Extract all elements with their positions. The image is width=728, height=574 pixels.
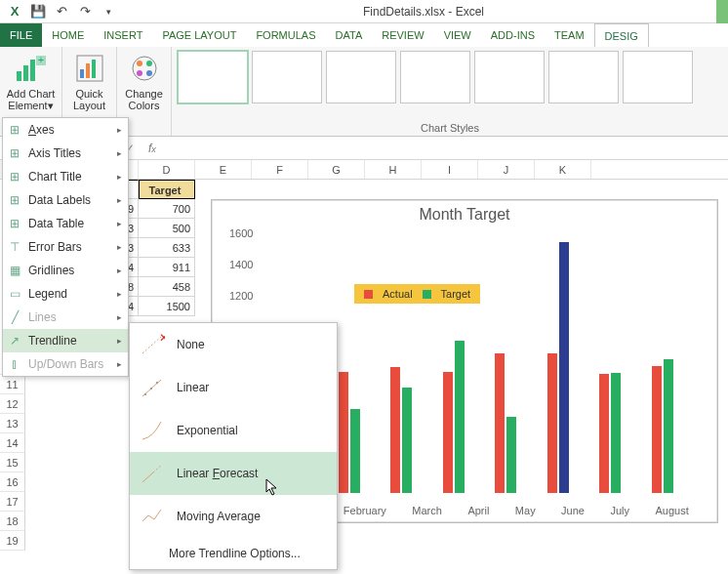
svg-point-9	[133, 57, 156, 80]
bar-target-april[interactable]	[455, 341, 465, 493]
cell-target-4[interactable]: 458	[139, 277, 195, 297]
menu-data-table[interactable]: ⊞Data Table	[3, 212, 128, 235]
menu-gridlines[interactable]: ▦Gridlines	[3, 259, 128, 282]
bar-target-june[interactable]	[559, 242, 569, 493]
trendline-moving-average[interactable]: Moving Average	[130, 495, 337, 538]
trendline-exponential[interactable]: Exponential	[130, 409, 337, 452]
bar-actual-july[interactable]	[599, 374, 609, 493]
trendline-none[interactable]: ✕ None	[130, 323, 337, 366]
chart-styles-caption: Chart Styles	[172, 122, 728, 134]
col-head-i[interactable]: I	[422, 160, 478, 179]
row-head-17[interactable]: 17	[0, 492, 25, 512]
trendline-more-options[interactable]: More Trendline Options...	[130, 538, 337, 569]
menu-data-labels[interactable]: ⊞Data Labels	[3, 188, 128, 212]
menu-chart-title[interactable]: ⊞Chart Title	[3, 165, 128, 188]
moving-average-icon	[140, 504, 165, 529]
quick-layout-button[interactable]: Quick Layout	[61, 51, 118, 111]
trendline-linear-forecast[interactable]: Linear Forecast	[130, 452, 337, 495]
x-label-july: July	[610, 505, 629, 516]
tab-view[interactable]: VIEW	[434, 23, 481, 47]
row-head-15[interactable]: 15	[0, 453, 25, 472]
chart-style-6[interactable]	[548, 51, 619, 103]
bar-target-august[interactable]	[664, 359, 673, 493]
chart-styles-gallery[interactable]	[172, 47, 728, 107]
menu-legend[interactable]: ▭Legend	[3, 282, 128, 306]
bar-actual-march[interactable]	[390, 367, 400, 493]
qat-customize-icon[interactable]: ▾	[98, 1, 119, 22]
menu-axis-titles[interactable]: ⊞Axis Titles	[3, 142, 128, 165]
col-head-g[interactable]: G	[308, 160, 365, 179]
redo-icon[interactable]: ↷	[74, 1, 96, 22]
cell-target-1[interactable]: 500	[139, 219, 195, 238]
trendline-linear[interactable]: Linear	[130, 366, 337, 409]
tab-insert[interactable]: INSERT	[94, 23, 152, 47]
add-chart-element-button[interactable]: + Add Chart Element▾	[3, 51, 60, 111]
row-head-19[interactable]: 19	[0, 531, 25, 551]
menu-trendline[interactable]: ↗Trendline	[3, 329, 128, 352]
quick-layout-icon	[72, 51, 107, 86]
col-head-f[interactable]: F	[252, 160, 308, 179]
col-head-h[interactable]: H	[365, 160, 422, 179]
cell-target-5[interactable]: 1500	[139, 297, 195, 316]
chart-style-2[interactable]	[252, 51, 322, 103]
bar-actual-february[interactable]	[339, 372, 348, 493]
menu-updown-bars: ⫿Up/Down Bars	[3, 352, 128, 376]
add-chart-element-label: Add Chart Element▾	[3, 88, 60, 111]
cell-target-0[interactable]: 700	[139, 199, 195, 219]
menu-error-bars[interactable]: ⊤Error Bars	[3, 235, 128, 259]
chart-title[interactable]: Month Target	[212, 200, 717, 226]
tab-page-layout[interactable]: PAGE LAYOUT	[152, 23, 246, 47]
bar-target-february[interactable]	[350, 409, 360, 493]
chart-style-4[interactable]	[400, 51, 470, 103]
tab-team[interactable]: TEAM	[545, 23, 594, 47]
linear-forecast-icon	[140, 461, 165, 486]
row-head-16[interactable]: 16	[0, 472, 25, 492]
y-tick-1400: 1400	[229, 259, 253, 270]
ribbon-tabs: FILE HOME INSERT PAGE LAYOUT FORMULAS DA…	[0, 23, 728, 47]
chart-style-7[interactable]	[623, 51, 693, 103]
fx-label[interactable]: fx	[141, 142, 164, 155]
menu-axes[interactable]: ⊞Axes	[3, 118, 128, 142]
cell-target-2[interactable]: 633	[139, 238, 195, 258]
bar-target-may[interactable]	[506, 417, 516, 493]
tab-data[interactable]: DATA	[326, 23, 373, 47]
change-colors-label: Change Colors	[116, 88, 173, 111]
col-head-j[interactable]: J	[478, 160, 535, 179]
svg-point-13	[137, 70, 142, 76]
row-head-12[interactable]: 12	[0, 394, 25, 414]
svg-point-12	[146, 70, 152, 76]
bar-target-july[interactable]	[611, 373, 621, 493]
y-tick-1200: 1200	[229, 290, 253, 302]
row-head-14[interactable]: 14	[0, 433, 25, 453]
chart-style-5[interactable]	[474, 51, 545, 103]
tab-design[interactable]: DESIG	[594, 23, 649, 47]
col-head-d[interactable]: D	[139, 160, 195, 179]
chart-style-3[interactable]	[326, 51, 396, 103]
tab-addins[interactable]: ADD-INS	[481, 23, 545, 47]
bar-target-march[interactable]	[402, 388, 412, 493]
svg-text:+: +	[37, 54, 43, 65]
tab-review[interactable]: REVIEW	[372, 23, 433, 47]
col-head-e[interactable]: E	[195, 160, 252, 179]
col-head-k[interactable]: K	[535, 160, 591, 179]
undo-icon[interactable]: ↶	[51, 1, 72, 22]
save-icon[interactable]: 💾	[27, 1, 49, 22]
tab-formulas[interactable]: FORMULAS	[246, 23, 325, 47]
svg-point-11	[146, 61, 152, 66]
tab-home[interactable]: HOME	[42, 23, 94, 47]
row-head-11[interactable]: 11	[0, 375, 25, 394]
change-colors-button[interactable]: Change Colors	[116, 51, 173, 111]
row-head-18[interactable]: 18	[0, 512, 25, 531]
x-label-may: May	[515, 505, 536, 516]
bar-actual-may[interactable]	[495, 353, 505, 494]
row-head-13[interactable]: 13	[0, 414, 25, 433]
linear-icon	[140, 375, 165, 400]
bar-actual-august[interactable]	[652, 366, 662, 493]
bar-actual-june[interactable]	[547, 353, 557, 493]
bar-actual-april[interactable]	[443, 372, 453, 493]
cell-target-3[interactable]: 911	[139, 258, 195, 277]
chart-style-1[interactable]	[178, 51, 248, 103]
cell-target-header[interactable]: Target	[139, 180, 195, 199]
tab-file[interactable]: FILE	[0, 23, 42, 47]
svg-rect-0	[17, 71, 21, 81]
